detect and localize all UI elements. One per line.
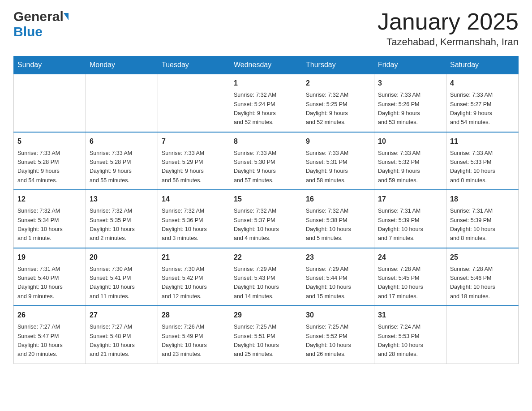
calendar-table: SundayMondayTuesdayWednesdayThursdayFrid… (13, 56, 519, 364)
day-info-text: Sunrise: 7:27 AMSunset: 5:48 PMDaylight:… (90, 324, 135, 357)
day-number: 14 (162, 194, 226, 205)
day-number: 18 (450, 194, 515, 205)
day-info-text: Sunrise: 7:32 AMSunset: 5:36 PMDaylight:… (162, 208, 207, 241)
calendar-day-cell: 18Sunrise: 7:31 AMSunset: 5:39 PMDayligh… (446, 190, 519, 248)
calendar-day-cell: 29Sunrise: 7:25 AMSunset: 5:51 PMDayligh… (230, 306, 302, 364)
day-number: 26 (17, 310, 82, 321)
calendar-day-cell: 6Sunrise: 7:33 AMSunset: 5:28 PMDaylight… (86, 132, 158, 190)
calendar-week-row: 5Sunrise: 7:33 AMSunset: 5:28 PMDaylight… (14, 132, 519, 190)
day-number: 2 (306, 78, 370, 89)
day-number: 11 (450, 136, 515, 147)
day-info-text: Sunrise: 7:32 AMSunset: 5:37 PMDaylight:… (234, 208, 279, 241)
location-text: Tazehabad, Kermanshah, Iran (378, 36, 519, 48)
day-number: 5 (17, 136, 82, 147)
calendar-day-cell: 4Sunrise: 7:33 AMSunset: 5:27 PMDaylight… (446, 74, 519, 132)
day-number: 6 (90, 136, 154, 147)
calendar-day-cell (158, 74, 230, 132)
calendar-day-cell: 8Sunrise: 7:33 AMSunset: 5:30 PMDaylight… (230, 132, 302, 190)
page-header: General Blue January 2025 Tazehabad, Ker… (13, 9, 519, 48)
logo-arrow-icon (64, 13, 69, 20)
day-number: 28 (162, 310, 226, 321)
day-info-text: Sunrise: 7:33 AMSunset: 5:30 PMDaylight:… (234, 150, 276, 184)
calendar-day-cell: 28Sunrise: 7:26 AMSunset: 5:49 PMDayligh… (158, 306, 230, 364)
logo-blue-text: Blue (13, 24, 43, 39)
day-info-text: Sunrise: 7:32 AMSunset: 5:24 PMDaylight:… (234, 92, 276, 125)
calendar-day-cell: 31Sunrise: 7:24 AMSunset: 5:53 PMDayligh… (374, 306, 446, 364)
calendar-day-cell: 10Sunrise: 7:33 AMSunset: 5:32 PMDayligh… (374, 132, 446, 190)
calendar-day-cell: 23Sunrise: 7:29 AMSunset: 5:44 PMDayligh… (302, 248, 374, 306)
calendar-day-cell: 27Sunrise: 7:27 AMSunset: 5:48 PMDayligh… (86, 306, 158, 364)
day-number: 9 (306, 136, 370, 147)
day-number: 23 (306, 252, 370, 263)
day-number: 27 (90, 310, 154, 321)
calendar-day-cell: 13Sunrise: 7:32 AMSunset: 5:35 PMDayligh… (86, 190, 158, 248)
calendar-header: SundayMondayTuesdayWednesdayThursdayFrid… (14, 56, 519, 74)
calendar-day-cell: 2Sunrise: 7:32 AMSunset: 5:25 PMDaylight… (302, 74, 374, 132)
day-number: 12 (17, 194, 82, 205)
calendar-day-cell (86, 74, 158, 132)
day-number: 10 (378, 136, 442, 147)
day-number: 1 (234, 78, 298, 89)
title-section: January 2025 Tazehabad, Kermanshah, Iran (378, 9, 519, 48)
day-number: 31 (378, 310, 442, 321)
day-info-text: Sunrise: 7:32 AMSunset: 5:25 PMDaylight:… (306, 92, 348, 125)
day-number: 30 (306, 310, 370, 321)
calendar-day-cell: 24Sunrise: 7:28 AMSunset: 5:45 PMDayligh… (374, 248, 446, 306)
calendar-day-cell: 15Sunrise: 7:32 AMSunset: 5:37 PMDayligh… (230, 190, 302, 248)
day-number: 13 (90, 194, 154, 205)
day-of-week-header: Friday (374, 56, 446, 74)
day-info-text: Sunrise: 7:33 AMSunset: 5:28 PMDaylight:… (90, 150, 132, 184)
day-number: 21 (162, 252, 226, 263)
calendar-day-cell: 14Sunrise: 7:32 AMSunset: 5:36 PMDayligh… (158, 190, 230, 248)
day-info-text: Sunrise: 7:32 AMSunset: 5:35 PMDaylight:… (90, 208, 135, 241)
calendar-day-cell: 17Sunrise: 7:31 AMSunset: 5:39 PMDayligh… (374, 190, 446, 248)
month-title: January 2025 (378, 9, 519, 34)
day-info-text: Sunrise: 7:33 AMSunset: 5:33 PMDaylight:… (450, 150, 495, 184)
day-number: 20 (90, 252, 154, 263)
day-of-week-header: Thursday (302, 56, 374, 74)
day-info-text: Sunrise: 7:31 AMSunset: 5:39 PMDaylight:… (378, 208, 423, 241)
calendar-day-cell: 1Sunrise: 7:32 AMSunset: 5:24 PMDaylight… (230, 74, 302, 132)
day-info-text: Sunrise: 7:31 AMSunset: 5:39 PMDaylight:… (450, 208, 495, 241)
day-number: 3 (378, 78, 442, 89)
calendar-day-cell: 12Sunrise: 7:32 AMSunset: 5:34 PMDayligh… (14, 190, 86, 248)
calendar-day-cell: 21Sunrise: 7:30 AMSunset: 5:42 PMDayligh… (158, 248, 230, 306)
calendar-day-cell: 25Sunrise: 7:28 AMSunset: 5:46 PMDayligh… (446, 248, 519, 306)
logo: General Blue (13, 9, 69, 39)
calendar-day-cell (14, 74, 86, 132)
calendar-day-cell: 5Sunrise: 7:33 AMSunset: 5:28 PMDaylight… (14, 132, 86, 190)
calendar-day-cell: 16Sunrise: 7:32 AMSunset: 5:38 PMDayligh… (302, 190, 374, 248)
calendar-week-row: 12Sunrise: 7:32 AMSunset: 5:34 PMDayligh… (14, 190, 519, 248)
day-number: 15 (234, 194, 298, 205)
day-number: 7 (162, 136, 226, 147)
day-info-text: Sunrise: 7:33 AMSunset: 5:29 PMDaylight:… (162, 150, 204, 184)
day-info-text: Sunrise: 7:30 AMSunset: 5:42 PMDaylight:… (162, 266, 207, 300)
calendar-week-row: 19Sunrise: 7:31 AMSunset: 5:40 PMDayligh… (14, 248, 519, 306)
calendar-day-cell: 19Sunrise: 7:31 AMSunset: 5:40 PMDayligh… (14, 248, 86, 306)
day-of-week-header: Tuesday (158, 56, 230, 74)
day-info-text: Sunrise: 7:32 AMSunset: 5:38 PMDaylight:… (306, 208, 351, 241)
calendar-week-row: 1Sunrise: 7:32 AMSunset: 5:24 PMDaylight… (14, 74, 519, 132)
day-number: 19 (17, 252, 82, 263)
day-info-text: Sunrise: 7:30 AMSunset: 5:41 PMDaylight:… (90, 266, 135, 300)
day-of-week-header: Wednesday (230, 56, 302, 74)
day-info-text: Sunrise: 7:25 AMSunset: 5:52 PMDaylight:… (306, 324, 351, 357)
day-number: 4 (450, 78, 515, 89)
day-number: 22 (234, 252, 298, 263)
day-info-text: Sunrise: 7:25 AMSunset: 5:51 PMDaylight:… (234, 324, 279, 357)
day-number: 25 (450, 252, 515, 263)
day-info-text: Sunrise: 7:26 AMSunset: 5:49 PMDaylight:… (162, 324, 207, 357)
day-info-text: Sunrise: 7:33 AMSunset: 5:32 PMDaylight:… (378, 150, 420, 184)
day-info-text: Sunrise: 7:33 AMSunset: 5:27 PMDaylight:… (450, 92, 493, 125)
logo-general-text: General (13, 9, 64, 24)
day-info-text: Sunrise: 7:28 AMSunset: 5:46 PMDaylight:… (450, 266, 495, 300)
calendar-day-cell: 20Sunrise: 7:30 AMSunset: 5:41 PMDayligh… (86, 248, 158, 306)
day-number: 17 (378, 194, 442, 205)
day-of-week-header: Sunday (14, 56, 86, 74)
day-info-text: Sunrise: 7:24 AMSunset: 5:53 PMDaylight:… (378, 324, 423, 357)
calendar-day-cell: 9Sunrise: 7:33 AMSunset: 5:31 PMDaylight… (302, 132, 374, 190)
calendar-day-cell: 26Sunrise: 7:27 AMSunset: 5:47 PMDayligh… (14, 306, 86, 364)
day-info-text: Sunrise: 7:29 AMSunset: 5:43 PMDaylight:… (234, 266, 279, 300)
day-number: 16 (306, 194, 370, 205)
day-info-text: Sunrise: 7:33 AMSunset: 5:26 PMDaylight:… (378, 92, 420, 125)
